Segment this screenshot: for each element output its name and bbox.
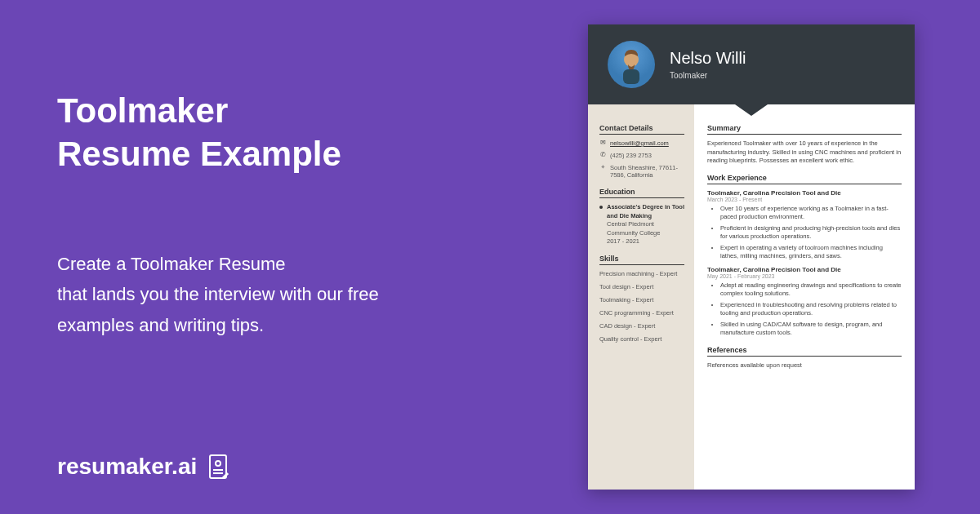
svg-rect-5 — [623, 69, 639, 84]
education-heading: Education — [599, 188, 684, 198]
education-degree: Associate's Degree in Tool and Die Makin… — [607, 203, 684, 220]
skills-heading: Skills — [599, 255, 684, 265]
title-line-1: Toolmaker — [57, 91, 228, 130]
job-dates: March 2023 - Present — [707, 197, 902, 202]
education-years: 2017 - 2021 — [607, 237, 684, 246]
svg-point-1 — [216, 461, 220, 466]
subtitle-line-3: examples and writing tips. — [57, 315, 264, 335]
resume-preview: Nelso Willi Toolmaker Contact Details ✉ … — [588, 24, 915, 490]
subtitle-line-1: Create a Toolmaker Resume — [57, 254, 286, 274]
job-title: Toolmaker, Carolina Precision Tool and D… — [707, 266, 902, 273]
logo-text: resumaker.ai — [57, 454, 197, 480]
left-panel: Toolmaker Resume Example Create a Toolma… — [0, 0, 588, 514]
job-bullet: Skilled in using CAD/CAM software to des… — [720, 321, 902, 338]
page-subtitle: Create a Toolmaker Resume that lands you… — [57, 249, 539, 340]
page-title: Toolmaker Resume Example — [57, 90, 539, 175]
title-line-2: Resume Example — [57, 135, 341, 173]
resume-sidebar: Contact Details ✉ nelsowilli@gmail.com ✆… — [588, 104, 694, 490]
resume-header: Nelso Willi Toolmaker — [588, 24, 915, 104]
job-bullet: Adept at reading engineering drawings an… — [720, 281, 902, 299]
skill-item: Toolmaking - Expert — [599, 296, 684, 304]
email-icon: ✉ — [599, 140, 606, 146]
contact-email: nelsowilli@gmail.com — [610, 140, 669, 148]
references-text: References available upon request — [707, 361, 902, 370]
job-dates: May 2021 - February 2023 — [707, 273, 902, 279]
experience-heading: Work Experience — [707, 174, 902, 184]
job-bullet: Experienced in troubleshooting and resol… — [720, 301, 902, 318]
job-title: Toolmaker, Carolina Precision Tool and D… — [707, 189, 902, 197]
right-panel: Nelso Willi Toolmaker Contact Details ✉ … — [588, 0, 947, 514]
contact-phone: (425) 239 2753 — [610, 152, 652, 160]
logo: resumaker.ai — [57, 452, 539, 481]
summary-heading: Summary — [707, 124, 902, 135]
skill-item: CAD design - Expert — [599, 322, 684, 330]
resume-main: Summary Experienced Toolmaker with over … — [694, 104, 915, 490]
subtitle-line-2: that lands you the interview with our fr… — [57, 284, 379, 304]
location-icon: ⌖ — [599, 164, 606, 171]
contact-email-row: ✉ nelsowilli@gmail.com — [599, 140, 684, 148]
header-chevron-icon — [735, 104, 768, 116]
contact-address: South Sheashire, 77611-7586, California — [610, 164, 684, 180]
job-bullets: Over 10 years of experience working as a… — [707, 205, 902, 261]
skill-item: Tool design - Expert — [599, 283, 684, 290]
skill-item: Quality control - Expert — [599, 335, 684, 343]
job-bullet: Expert in operating a variety of toolroo… — [720, 244, 902, 261]
phone-icon: ✆ — [599, 152, 606, 158]
job-bullet: Over 10 years of experience working as a… — [720, 205, 902, 222]
resume-name: Nelso Willi — [670, 49, 746, 68]
avatar — [608, 41, 655, 88]
education-school: Central Piedmont Community College — [607, 220, 684, 237]
resume-role: Toolmaker — [670, 71, 746, 80]
job-bullet: Proficient in designing and producing hi… — [720, 224, 902, 241]
skill-item: CNC programming - Expert — [599, 309, 684, 317]
resume-body: Contact Details ✉ nelsowilli@gmail.com ✆… — [588, 104, 915, 490]
contact-phone-row: ✆ (425) 239 2753 — [599, 152, 684, 160]
references-heading: References — [707, 346, 902, 357]
contact-address-row: ⌖ South Sheashire, 77611-7586, Californi… — [599, 164, 684, 180]
education-item: Associate's Degree in Tool and Die Makin… — [599, 203, 684, 246]
contact-heading: Contact Details — [599, 124, 684, 135]
document-icon — [203, 452, 233, 481]
bullet-icon — [599, 206, 603, 209]
summary-text: Experienced Toolmaker with over 10 years… — [707, 140, 902, 166]
skill-item: Precision machining - Expert — [599, 270, 684, 277]
job-bullets: Adept at reading engineering drawings an… — [707, 281, 902, 338]
